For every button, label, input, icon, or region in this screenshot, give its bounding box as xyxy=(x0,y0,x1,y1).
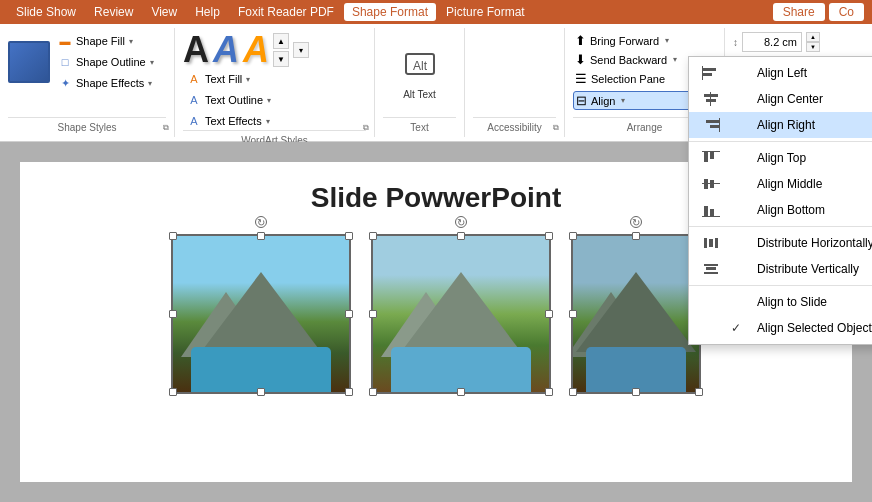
rotate-handle-1[interactable]: ↻ xyxy=(255,216,267,228)
handle-br-2[interactable] xyxy=(545,388,553,396)
wordart-a-black[interactable]: A xyxy=(183,32,209,68)
align-bottom-item[interactable]: Align Bottom xyxy=(689,197,872,223)
lake-3 xyxy=(586,347,687,392)
menu-foxit[interactable]: Foxit Reader PDF xyxy=(230,3,342,21)
shape-effects-btn[interactable]: ✦ Shape Effects ▾ xyxy=(54,74,158,92)
wordart-a-blue[interactable]: A xyxy=(213,32,239,68)
shape-styles-expander[interactable]: ⧉ xyxy=(160,123,172,135)
bring-forward-row[interactable]: ⬆ Bring Forward ▾ xyxy=(573,32,716,49)
image-frame-2[interactable]: ↻ xyxy=(371,234,551,394)
handle-ml-2[interactable] xyxy=(369,310,377,318)
text-outline-label: Text Outline xyxy=(205,94,263,106)
handle-bm-3[interactable] xyxy=(632,388,640,396)
height-input[interactable] xyxy=(742,32,802,52)
align-center-label: Align Center xyxy=(757,92,823,106)
text-fill-icon: A xyxy=(187,72,201,86)
menu-review[interactable]: Review xyxy=(86,3,141,21)
handle-tr-2[interactable] xyxy=(545,232,553,240)
menu-help[interactable]: Help xyxy=(187,3,228,21)
align-center-icon xyxy=(701,91,721,107)
align-selected-icon xyxy=(701,320,721,336)
handle-tm-2[interactable] xyxy=(457,232,465,240)
handle-br-3[interactable] xyxy=(695,388,703,396)
bring-forward-arrow: ▾ xyxy=(665,36,669,45)
shape-effects-label: Shape Effects xyxy=(76,77,144,89)
shape-outline-btn[interactable]: □ Shape Outline ▾ xyxy=(54,53,158,71)
handle-tl-3[interactable] xyxy=(569,232,577,240)
text-effects-arrow: ▾ xyxy=(266,117,270,126)
wordart-scroll-up[interactable]: ▲ xyxy=(273,33,289,49)
text-fill-btn[interactable]: A Text Fill ▾ xyxy=(183,70,366,88)
handle-tr-1[interactable] xyxy=(345,232,353,240)
wordart-a-orange[interactable]: A xyxy=(243,32,269,68)
svg-rect-16 xyxy=(702,183,720,184)
mountain-fg-3 xyxy=(576,272,696,352)
wordart-expander[interactable]: ⧉ xyxy=(360,123,372,135)
align-left-label: Align Left xyxy=(757,66,807,80)
handle-bl-3[interactable] xyxy=(569,388,577,396)
height-spinner: ▲ ▼ xyxy=(806,32,820,52)
svg-rect-24 xyxy=(706,267,716,270)
handle-tl-2[interactable] xyxy=(369,232,377,240)
align-center-item[interactable]: Align Center xyxy=(689,86,872,112)
shape-preview[interactable] xyxy=(8,41,50,83)
handle-tl-1[interactable] xyxy=(169,232,177,240)
align-right-item[interactable]: Align Right xyxy=(689,112,872,138)
align-to-slide-item[interactable]: Align to Slide xyxy=(689,289,872,315)
align-top-icon xyxy=(701,150,721,166)
text-effects-btn[interactable]: A Text Effects ▾ xyxy=(183,112,366,130)
height-spin-up[interactable]: ▲ xyxy=(806,32,820,42)
handle-bm-1[interactable] xyxy=(257,388,265,396)
distribute-v-item[interactable]: Distribute Vertically xyxy=(689,256,872,282)
height-spin-down[interactable]: ▼ xyxy=(806,42,820,52)
svg-rect-20 xyxy=(704,238,707,248)
image-frame-3[interactable]: ↻ xyxy=(571,234,701,394)
align-middle-item[interactable]: Align Middle xyxy=(689,171,872,197)
align-to-slide-label: Align to Slide xyxy=(757,295,827,309)
handle-bl-2[interactable] xyxy=(369,388,377,396)
svg-rect-3 xyxy=(702,73,712,76)
align-middle-label: Align Middle xyxy=(757,177,822,191)
shape-outline-label: Shape Outline xyxy=(76,56,146,68)
align-to-slide-icon xyxy=(701,294,721,310)
co-button[interactable]: Co xyxy=(829,3,864,21)
image-placeholder-1 xyxy=(173,236,349,392)
menu-picture-format[interactable]: Picture Format xyxy=(438,3,533,21)
align-top-item[interactable]: Align Top xyxy=(689,145,872,171)
handle-mr-2[interactable] xyxy=(545,310,553,318)
wordart-expand[interactable]: ▾ xyxy=(293,42,309,58)
handle-bl-1[interactable] xyxy=(169,388,177,396)
text-outline-btn[interactable]: A Text Outline ▾ xyxy=(183,91,366,109)
align-bottom-icon xyxy=(701,202,721,218)
menu-view[interactable]: View xyxy=(143,3,185,21)
align-right-label: Align Right xyxy=(757,118,815,132)
image-frame-1[interactable]: ↻ xyxy=(171,234,351,394)
selection-pane-icon: ☰ xyxy=(575,71,587,86)
wordart-scroll-down[interactable]: ▼ xyxy=(273,51,289,67)
handle-mr-1[interactable] xyxy=(345,310,353,318)
align-selected-item[interactable]: ✓ Align Selected Objects xyxy=(689,315,872,341)
handle-br-1[interactable] xyxy=(345,388,353,396)
handle-tm-3[interactable] xyxy=(632,232,640,240)
align-left-item[interactable]: Align Left xyxy=(689,60,872,86)
handle-ml-3[interactable] xyxy=(569,310,577,318)
shape-fill-btn[interactable]: ▬ Shape Fill ▾ xyxy=(54,32,158,50)
align-left-icon xyxy=(701,65,721,81)
svg-rect-10 xyxy=(719,118,720,132)
accessibility-expander[interactable]: ⧉ xyxy=(550,123,562,135)
handle-ml-1[interactable] xyxy=(169,310,177,318)
share-button[interactable]: Share xyxy=(773,3,825,21)
wordart-scroll: ▲ ▼ xyxy=(273,33,289,67)
rotate-handle-3[interactable]: ↻ xyxy=(630,216,642,228)
menu-shape-format[interactable]: Shape Format xyxy=(344,3,436,21)
height-row: ↕ ▲ ▼ xyxy=(733,32,825,52)
distribute-h-item[interactable]: Distribute Horizontally xyxy=(689,230,872,256)
rotate-handle-2[interactable]: ↻ xyxy=(455,216,467,228)
distribute-h-icon xyxy=(701,235,721,251)
alt-text-btn[interactable]: Alt Alt Text xyxy=(390,40,450,110)
handle-tm-1[interactable] xyxy=(257,232,265,240)
menu-slideshow[interactable]: Slide Show xyxy=(8,3,84,21)
handle-bm-2[interactable] xyxy=(457,388,465,396)
wordart-section: A A A ▲ ▼ ▾ A Text Fill ▾ xyxy=(175,28,375,137)
svg-rect-25 xyxy=(704,272,718,274)
